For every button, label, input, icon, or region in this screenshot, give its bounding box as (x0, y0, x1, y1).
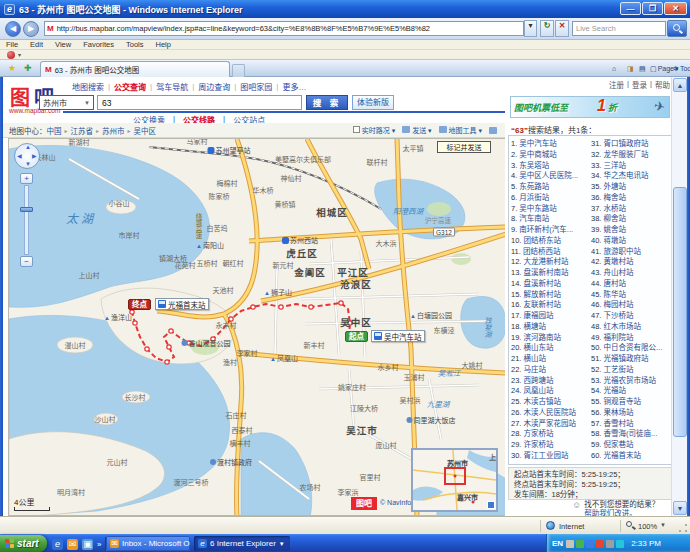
auth-link-注册[interactable]: 注册 (609, 79, 624, 90)
stop-name[interactable]: 梅园村站 (604, 300, 634, 309)
forward-button[interactable]: ▶ (23, 21, 39, 37)
site-search-button[interactable]: 搜 索 (306, 95, 348, 110)
stop-name[interactable]: 福利院站 (604, 333, 634, 342)
query-input[interactable]: 63 (97, 95, 302, 110)
stop-name[interactable]: 吴中区人民医院... (519, 171, 578, 180)
zoom-in-button[interactable]: + (20, 173, 33, 184)
stop-item[interactable]: 51. 光福镇政府站 (591, 354, 671, 365)
pan-left-icon[interactable]: ◀ (17, 152, 22, 159)
stop-name[interactable]: 舟山村站 (604, 268, 634, 277)
stop-item[interactable]: 10. 团结桥东站 (511, 236, 591, 247)
stop-name[interactable]: 马庄站 (524, 365, 547, 374)
stop-name[interactable]: 龙华服装厂站 (604, 150, 649, 159)
zoom-track[interactable] (24, 185, 29, 255)
zoom-out-button[interactable]: − (20, 256, 33, 267)
menu-favorites[interactable]: Favorites (83, 40, 114, 49)
stop-name[interactable]: 旅游职中站 (604, 247, 642, 256)
stop-name[interactable]: 滨河路南站 (524, 333, 562, 342)
stop-item[interactable]: 36. 梅舍站 (591, 193, 671, 204)
stop-item[interactable]: 55. 铜观音寺站 (591, 397, 671, 408)
taskbar-task-ie-group[interactable]: e 6 Internet Explorer ▼ (194, 536, 290, 551)
quicklaunch-desktop-icon[interactable]: ▣ (82, 539, 93, 550)
stop-name[interactable]: 西跨塘站 (524, 376, 554, 385)
stop-item[interactable]: 25. 木渎古镇站 (511, 397, 591, 408)
stop-name[interactable]: 香雪海(司徒庙... (604, 429, 658, 438)
traffic-toggle[interactable]: 实时路况 ▾ (353, 125, 395, 135)
stop-name[interactable]: 盘溪新村南站 (524, 268, 569, 277)
breadcrumb-中国[interactable]: 中国 (47, 125, 62, 136)
stop-name[interactable]: 梅舍站 (604, 193, 627, 202)
stop-item[interactable]: 14. 盘溪新村站 (511, 279, 591, 290)
stop-item[interactable]: 11. 团结桥西站 (511, 247, 591, 258)
stop-button[interactable]: ✕ (555, 20, 569, 37)
window-titlebar[interactable]: e 63 - 苏州市 图吧公交地图 - Windows Internet Exp… (0, 0, 690, 18)
pan-down-icon[interactable]: ▼ (25, 161, 31, 167)
stop-name[interactable]: 横山东站 (524, 343, 554, 352)
stop-item[interactable]: 17. 康福园站 (511, 311, 591, 322)
taskbar-clock[interactable]: 2:33 PM (631, 539, 661, 548)
scroll-down-arrow[interactable]: ▼ (673, 501, 687, 515)
start-station-label[interactable]: 吴中汽车站 (371, 330, 425, 342)
stop-item[interactable]: 4. 吴中区人民医院... (511, 171, 591, 182)
stop-name[interactable]: 外塘站 (604, 182, 627, 191)
tray-icon[interactable] (616, 540, 624, 548)
taskbar-task-outlook[interactable]: ✉ Inbox - Microsoft Out... (106, 536, 190, 551)
stop-name[interactable]: 团结桥东站 (524, 236, 562, 245)
stop-item[interactable]: 41. 旅游职中站 (591, 247, 671, 258)
resize-grip[interactable] (678, 523, 688, 533)
menu-view[interactable]: View (55, 40, 71, 49)
stop-item[interactable]: 15. 解放新村站 (511, 290, 591, 301)
stop-item[interactable]: 32. 龙华服装厂站 (591, 150, 671, 161)
start-button[interactable]: start (0, 535, 47, 552)
stop-item[interactable]: 42. 黄墩村站 (591, 257, 671, 268)
tray-icon[interactable] (596, 540, 604, 548)
stop-item[interactable]: 49. 福利院站 (591, 333, 671, 344)
stop-item[interactable]: 22. 马庄站 (511, 365, 591, 376)
stop-item[interactable]: 40. 蒋墩站 (591, 236, 671, 247)
stop-item[interactable]: 29. 许家桥站 (511, 440, 591, 451)
language-indicator[interactable]: EN (552, 539, 563, 548)
stop-name[interactable]: 大龙港新村站 (524, 257, 569, 266)
stop-name[interactable]: 吴中汽车站 (519, 139, 557, 148)
minimize-button[interactable]: — (620, 2, 641, 15)
new-version-button[interactable]: 体验新版 (352, 95, 394, 110)
stop-name[interactable]: 光福首末站 (604, 451, 642, 460)
stop-name[interactable]: 凤凰山站 (524, 386, 554, 395)
stop-item[interactable]: 1. 吴中汽车站 (511, 139, 591, 150)
city-select[interactable]: 苏州市▼ (39, 95, 94, 110)
stop-item[interactable]: 28. 方家桥站 (511, 429, 591, 440)
stop-name[interactable]: 月浜街站 (519, 193, 549, 202)
breadcrumb-江苏省[interactable]: 江苏省 (71, 125, 94, 136)
stop-item[interactable]: 54. 光福站 (591, 386, 671, 397)
stop-item[interactable]: 35. 外塘站 (591, 182, 671, 193)
stop-name[interactable]: 黄墩村站 (604, 257, 634, 266)
stop-item[interactable]: 38. 柳舍站 (591, 214, 671, 225)
stop-item[interactable]: 12. 大龙港新村站 (511, 257, 591, 268)
stop-item[interactable]: 13. 盘溪新村南站 (511, 268, 591, 279)
stop-item[interactable]: 5. 东苑路站 (511, 182, 591, 193)
map-tool-2[interactable]: 地图工具 ▾ (439, 125, 482, 135)
quicklaunch-outlook-icon[interactable]: ✉ (67, 539, 78, 550)
stop-name[interactable]: 光福镇政府站 (604, 354, 649, 363)
stop-item[interactable]: 8. 汽车南站 (511, 214, 591, 225)
traffic-checkbox[interactable] (353, 126, 360, 133)
tray-icon[interactable] (606, 540, 614, 548)
stop-name[interactable]: 三洋站 (604, 161, 627, 170)
stop-name[interactable]: 下沙桥站 (604, 311, 634, 320)
stop-item[interactable]: 57. 香雪村站 (591, 419, 671, 430)
route-end-marker[interactable]: 终点 (128, 299, 151, 310)
stop-item[interactable]: 34. 华之杰电讯站 (591, 171, 671, 182)
stop-name[interactable]: 红木市场站 (604, 322, 642, 331)
maximize-button[interactable]: ❐ (642, 2, 663, 15)
minimap-viewport[interactable] (444, 467, 466, 485)
stop-item[interactable]: 44. 唐村站 (591, 279, 671, 290)
stop-name[interactable]: 香雪村站 (604, 419, 634, 428)
stop-item[interactable]: 18. 横塘站 (511, 322, 591, 333)
nav-link[interactable]: 驾车导航 (156, 81, 188, 92)
chat-bubble-icon[interactable] (489, 127, 497, 134)
refresh-button[interactable]: ↻ (540, 20, 554, 37)
pan-up-icon[interactable]: ▲ (25, 144, 31, 150)
stop-item[interactable]: 26. 木渎人民医院站 (511, 408, 591, 419)
nav-link[interactable]: 周边查询 (198, 81, 230, 92)
stop-name[interactable]: 方家桥站 (524, 429, 554, 438)
